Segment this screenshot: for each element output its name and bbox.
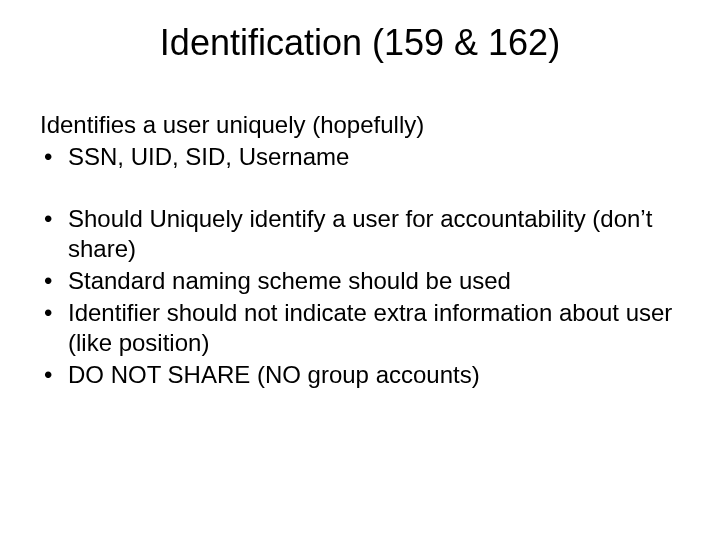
slide-body: Identifies a user uniquely (hopefully) S… bbox=[40, 110, 680, 392]
slide-title: Identification (159 & 162) bbox=[0, 22, 720, 64]
list-item: DO NOT SHARE (NO group accounts) bbox=[40, 360, 680, 390]
list-item: SSN, UID, SID, Username bbox=[40, 142, 680, 172]
list-item: Standard naming scheme should be used bbox=[40, 266, 680, 296]
spacer bbox=[40, 174, 680, 204]
bullet-list-a: SSN, UID, SID, Username bbox=[40, 142, 680, 172]
list-item: Should Uniquely identify a user for acco… bbox=[40, 204, 680, 264]
slide: Identification (159 & 162) Identifies a … bbox=[0, 0, 720, 540]
list-item: Identifier should not indicate extra inf… bbox=[40, 298, 680, 358]
lead-text: Identifies a user uniquely (hopefully) bbox=[40, 110, 680, 140]
bullet-list-b: Should Uniquely identify a user for acco… bbox=[40, 204, 680, 390]
